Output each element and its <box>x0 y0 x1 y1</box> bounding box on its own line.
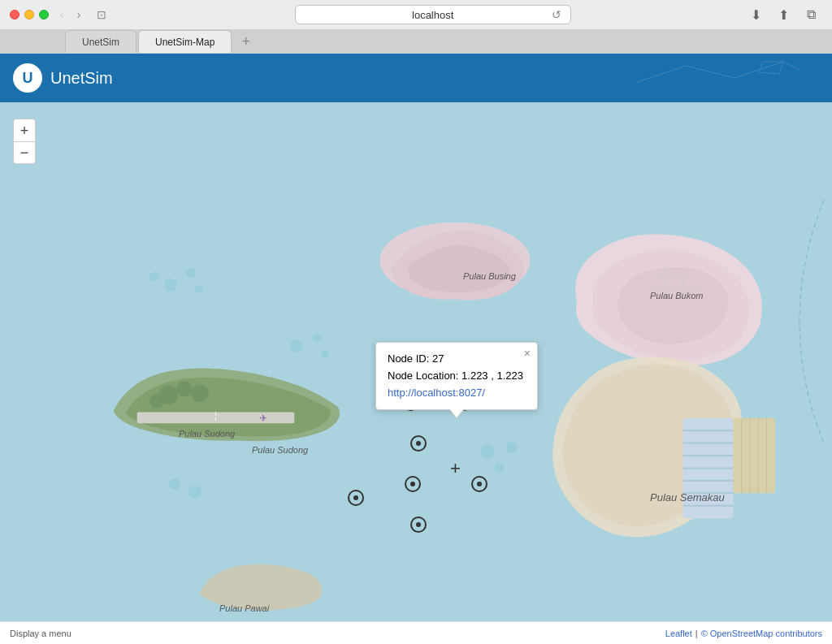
node-marker-4[interactable] <box>471 476 488 492</box>
svg-point-26 <box>176 381 192 396</box>
app-header: U UnetSim <box>0 54 832 102</box>
popup-close-button[interactable]: × <box>524 348 531 359</box>
traffic-lights <box>10 10 49 19</box>
reader-button[interactable]: ⊡ <box>92 6 111 23</box>
app-logo: U UnetSim <box>13 63 113 93</box>
map-attribution: Leaflet | © OpenStreetMap contributors <box>665 629 822 638</box>
browser-chrome: ‹ › ⊡ ↺ ⬇ ⬆ ⧉ UnetSim UnetSim-Map + <box>0 0 832 54</box>
share-button[interactable]: ⬆ <box>772 6 795 24</box>
node-marker-2[interactable] <box>410 435 427 452</box>
map-container[interactable]: Pulau Busing Pulau Bukom <box>0 102 832 621</box>
browser-actions: ⬇ ⬆ ⧉ <box>744 6 822 24</box>
svg-rect-21 <box>682 273 684 301</box>
node-marker-6[interactable] <box>348 490 364 506</box>
svg-rect-37 <box>734 418 775 494</box>
svg-rect-20 <box>666 269 668 301</box>
minimize-window-button[interactable] <box>24 10 34 19</box>
node-marker-3[interactable] <box>405 476 421 492</box>
header-decoration <box>637 58 800 102</box>
reload-button[interactable]: ↺ <box>552 8 561 21</box>
leaflet-link[interactable]: Leaflet <box>665 629 692 638</box>
zoom-controls: + − <box>13 119 36 164</box>
osm-link[interactable]: © OpenStreetMap contributors <box>701 629 822 638</box>
status-bar: Display a menu Leaflet | © OpenStreetMap… <box>0 621 832 644</box>
svg-rect-18 <box>658 277 691 279</box>
popup-node-id: Node ID: 27 <box>388 351 526 368</box>
address-input[interactable] <box>295 5 571 24</box>
svg-point-28 <box>150 394 163 408</box>
tab-unetsim-map[interactable]: UnetSim-Map <box>138 30 232 53</box>
browser-tabs: UnetSim UnetSim-Map + <box>0 29 832 54</box>
island-semakau <box>520 342 804 573</box>
app-title: UnetSim <box>50 69 113 88</box>
download-button[interactable]: ⬇ <box>744 6 767 24</box>
new-tab-button[interactable]: ⧉ <box>800 6 822 24</box>
node-popup: × Node ID: 27 Node Location: 1.223 , 1.2… <box>375 342 538 410</box>
logo-icon: U <box>13 63 42 93</box>
app-container: U UnetSim <box>0 54 832 644</box>
svg-text:✈: ✈ <box>259 413 267 423</box>
island-pawai <box>187 553 333 621</box>
node-marker-5[interactable] <box>410 516 427 533</box>
display-menu: Display a menu <box>10 629 72 638</box>
svg-rect-19 <box>650 289 699 291</box>
tab-unetsim[interactable]: UnetSim <box>65 30 136 53</box>
island-busing <box>374 208 536 317</box>
maximize-window-button[interactable] <box>39 10 49 19</box>
svg-line-3 <box>783 62 800 70</box>
zoom-out-button[interactable]: − <box>13 141 36 164</box>
address-bar: ↺ <box>118 5 738 24</box>
svg-marker-4 <box>759 62 783 74</box>
attribution-separator: | <box>696 629 698 638</box>
popup-arrow <box>450 409 463 417</box>
svg-line-1 <box>686 66 734 78</box>
zoom-in-button[interactable]: + <box>13 119 36 141</box>
add-tab-button[interactable]: + <box>236 33 255 50</box>
island-sudong: ✈ <box>106 350 349 459</box>
nav-buttons: ‹ › <box>55 6 85 23</box>
svg-line-2 <box>734 62 783 78</box>
popup-node-link[interactable]: http://localhost:8027/ <box>388 387 485 399</box>
forward-button[interactable]: › <box>72 6 86 23</box>
back-button[interactable]: ‹ <box>55 6 69 23</box>
titlebar: ‹ › ⊡ ↺ ⬇ ⬆ ⧉ <box>0 0 832 29</box>
svg-point-27 <box>191 385 208 402</box>
close-window-button[interactable] <box>10 10 20 19</box>
popup-node-location: Node Location: 1.223 , 1.223 <box>388 368 526 385</box>
svg-line-0 <box>637 66 686 82</box>
